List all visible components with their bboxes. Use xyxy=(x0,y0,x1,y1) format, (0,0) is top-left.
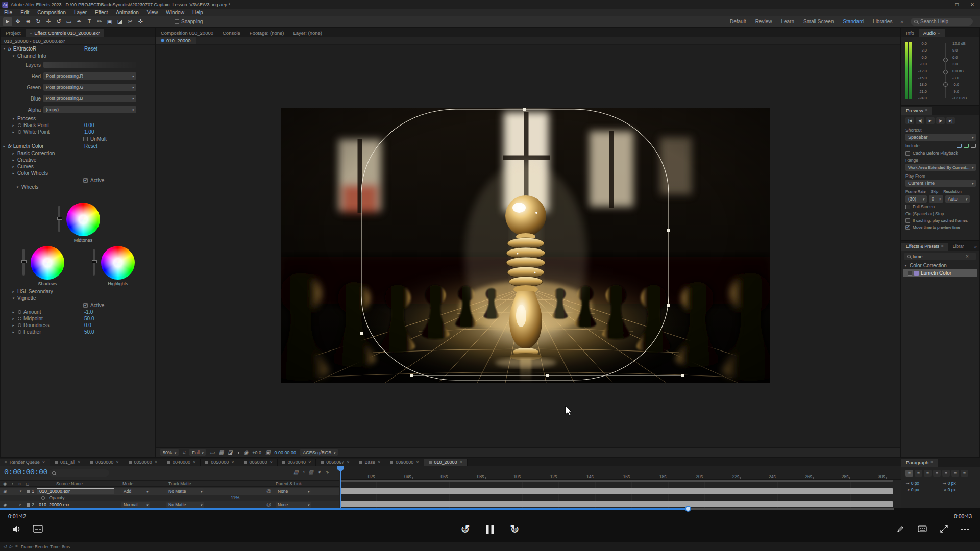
graph-editor-icon[interactable]: ∿ xyxy=(325,469,329,475)
tab-paragraph[interactable]: Paragraph ≡ xyxy=(901,459,938,467)
shadows-wheel[interactable] xyxy=(31,246,64,280)
snapping-checkbox[interactable] xyxy=(175,19,179,24)
clear-search-icon[interactable]: × xyxy=(966,254,969,259)
twirl-icon[interactable] xyxy=(3,47,8,51)
motion-blur-icon[interactable]: ✦ xyxy=(317,469,321,475)
menu-item[interactable]: Animation xyxy=(112,9,142,16)
tool-icon[interactable]: ↺ xyxy=(54,17,63,26)
composition-viewport[interactable] xyxy=(281,108,770,383)
twirl-icon[interactable] xyxy=(12,317,17,321)
keyboard-shortcuts-icon[interactable] xyxy=(918,525,927,533)
lumetri-section-row[interactable]: Color Wheels xyxy=(1,170,155,177)
comp-tab[interactable]: 0020000 xyxy=(85,459,124,466)
panel-menu-icon[interactable]: ≡ xyxy=(30,31,33,35)
lumetri-section-row[interactable]: Creative xyxy=(1,157,155,163)
viewer-pasteboard[interactable] xyxy=(156,45,900,447)
timeline-track-area[interactable]: 02s04s06s08s10s12s14s16s18s20s22s24s26s2… xyxy=(340,466,901,508)
tool-icon[interactable]: ► xyxy=(3,17,12,26)
workspace-button[interactable]: Default xyxy=(730,19,746,24)
effects-item-row[interactable]: Lumetri Color xyxy=(903,269,977,277)
grid-options-icon[interactable]: ⌗ xyxy=(183,449,186,456)
indent-field[interactable]: ⇥ 0 px xyxy=(942,487,976,492)
forward-30-button[interactable]: ↻ 30 xyxy=(508,523,522,536)
zoom-dropdown[interactable]: 50% xyxy=(160,449,179,456)
region-of-interest-icon[interactable]: ▭ xyxy=(210,449,214,455)
close-tab-icon[interactable] xyxy=(116,460,118,465)
comp-tab[interactable]: 0090000 xyxy=(385,459,424,466)
work-area-bar[interactable] xyxy=(340,480,893,482)
reset-link[interactable]: Reset xyxy=(84,46,97,52)
panel-menu-icon[interactable]: ≡ xyxy=(938,31,940,35)
param-value[interactable]: -1.0 xyxy=(84,309,93,315)
status-play-icon[interactable]: ▷ xyxy=(9,544,12,549)
panel-tab[interactable]: Console xyxy=(218,29,245,37)
justify-last-right-button[interactable]: ≡ xyxy=(951,470,959,477)
tab-info[interactable]: Info xyxy=(901,29,919,37)
caching-checkbox[interactable] xyxy=(905,218,910,223)
wheels-row[interactable]: Wheels xyxy=(1,184,155,190)
align-right-button[interactable]: ≡ xyxy=(924,470,932,477)
align-center-button[interactable]: ≡ xyxy=(915,470,922,477)
previous-frame-button[interactable] xyxy=(916,117,924,124)
audio-slider-knob[interactable] xyxy=(943,82,948,87)
preview-resolution-dropdown[interactable]: Auto xyxy=(945,195,970,203)
label-color-chip[interactable] xyxy=(27,503,30,507)
track-matte-dropdown[interactable]: No Matte xyxy=(166,502,204,508)
comp-timecode[interactable]: 0:00:00:00 xyxy=(275,450,297,455)
stopwatch-icon[interactable] xyxy=(18,323,21,327)
close-tab-icon[interactable] xyxy=(378,460,380,465)
channel-dropdown[interactable]: Post processing.R xyxy=(43,72,136,80)
unmult-checkbox[interactable] xyxy=(83,137,88,141)
layer-name[interactable]: 010_20000.exr xyxy=(37,502,114,508)
blend-mode-dropdown[interactable]: Normal xyxy=(121,502,150,508)
include-audio-icon[interactable] xyxy=(964,144,969,148)
menu-item[interactable]: Effect xyxy=(91,9,112,16)
timeline-timecode[interactable]: 0:00:00:00 xyxy=(4,468,47,477)
tab-libraries[interactable]: Librar xyxy=(948,243,969,251)
twirl-icon[interactable] xyxy=(12,165,17,169)
stopwatch-icon[interactable] xyxy=(18,130,21,134)
comp-tab[interactable]: 0070040 xyxy=(278,459,316,466)
minimize-button[interactable] xyxy=(934,0,949,9)
eye-icon[interactable] xyxy=(3,489,7,494)
menu-item[interactable]: Layer xyxy=(70,9,91,16)
twirl-icon[interactable] xyxy=(12,290,17,294)
close-tab-icon[interactable] xyxy=(78,460,80,465)
status-loop-icon[interactable]: ≡ xyxy=(15,544,18,549)
exposure-icon[interactable]: ◉ xyxy=(244,449,249,455)
tool-icon[interactable]: ↻ xyxy=(34,17,43,26)
indent-value[interactable]: 0 px xyxy=(911,487,919,492)
workspace-button[interactable]: Standard xyxy=(843,19,864,24)
status-prev-icon[interactable]: ◁ xyxy=(3,544,6,549)
comp-tab[interactable]: 0050000 xyxy=(201,459,239,466)
lumetri-section-row[interactable]: Basic Correction xyxy=(1,150,155,157)
channel-dropdown[interactable]: Post processing.B xyxy=(43,95,136,102)
indent-value[interactable]: 0 px xyxy=(911,481,919,486)
resolution-dropdown[interactable]: Full xyxy=(189,449,206,456)
menu-item[interactable]: File xyxy=(0,9,16,16)
eye-icon[interactable] xyxy=(3,502,7,507)
colorspace-dropdown[interactable]: ACEScg/RGB xyxy=(300,449,338,456)
captions-icon[interactable] xyxy=(33,525,43,534)
tool-icon[interactable]: ▣ xyxy=(105,17,114,26)
shortcut-dropdown[interactable]: Spacebar xyxy=(905,134,976,141)
close-tab-icon[interactable] xyxy=(416,460,419,465)
twirl-icon[interactable] xyxy=(12,152,17,156)
stopwatch-icon[interactable] xyxy=(18,317,21,320)
volume-icon[interactable] xyxy=(12,525,21,534)
channel-icon[interactable]: ◑ xyxy=(237,449,240,455)
more-options-icon[interactable] xyxy=(961,529,969,530)
draft-3d-icon[interactable]: ◔ xyxy=(302,469,305,475)
channel-dropdown[interactable]: (copy) xyxy=(43,106,136,113)
seek-bar[interactable] xyxy=(0,508,894,510)
current-time-indicator[interactable] xyxy=(340,466,341,508)
twirl-icon[interactable] xyxy=(12,330,17,334)
caching-option-row[interactable]: If caching, play cached frames xyxy=(901,217,979,223)
layer-row-1[interactable]: 1 010_20000.exr Add No Matte @ None xyxy=(0,488,339,495)
vignette-active-checkbox[interactable] xyxy=(83,303,88,308)
highlights-slider[interactable] xyxy=(93,249,95,276)
comp-tab[interactable]: 0050000 xyxy=(124,459,162,466)
twirl-icon[interactable] xyxy=(19,489,24,493)
play-from-dropdown[interactable]: Current Time xyxy=(905,180,976,187)
tool-icon[interactable]: ✒ xyxy=(75,17,84,26)
